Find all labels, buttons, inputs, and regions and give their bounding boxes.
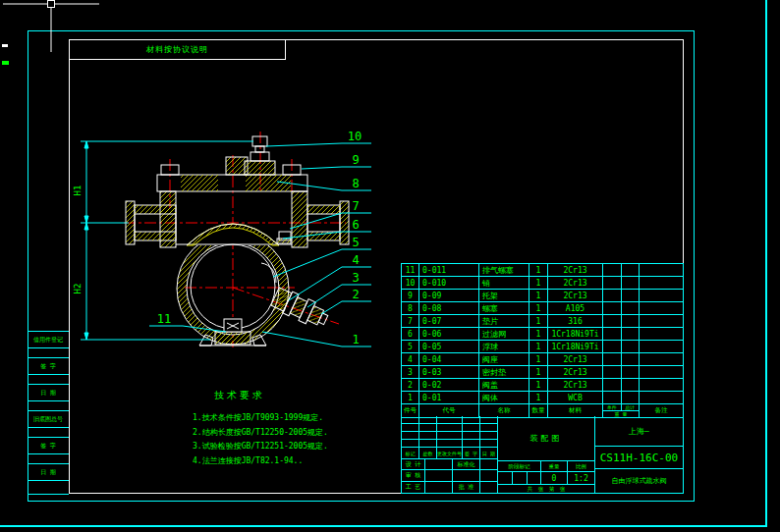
revision-row xyxy=(402,432,498,440)
viewport-right-edge xyxy=(765,0,767,527)
scale-label: 比例 xyxy=(568,461,595,472)
parts-row: 10-01阀体1WCB xyxy=(402,392,684,404)
revision-header-cell: 签 字 xyxy=(463,448,480,459)
margin-cell xyxy=(28,348,69,358)
parts-row: 60-06过滤网11Cr18Ni9Ti xyxy=(402,328,684,341)
revision-row xyxy=(402,440,498,448)
margin-cell: 签 字 xyxy=(28,438,69,454)
revision-row xyxy=(402,416,498,424)
material-note-text: 材料按协议说明 xyxy=(146,44,208,55)
title-block: 标记处数更改文件号签 字日 期 设 计标准化审 核工 艺批 准 装配图 阶段标记… xyxy=(401,416,684,494)
parts-row: 90-09托架12Cr13 xyxy=(402,290,684,302)
sign-cell: 设 计 xyxy=(402,459,425,470)
margin-cell: 日 期 xyxy=(28,464,69,481)
revision-header: 标记处数更改文件号签 字日 期 xyxy=(402,448,498,459)
parts-row: 70-07垫片1316 xyxy=(402,315,684,328)
product-name: 自由浮球式疏水阀 xyxy=(595,469,684,494)
sign-cell xyxy=(425,470,453,482)
margin-cell xyxy=(28,481,69,495)
sign-cell xyxy=(480,482,498,494)
parts-row: 20-02阀盖12Cr13 xyxy=(402,379,684,392)
revision-rows xyxy=(402,416,498,448)
sign-cell xyxy=(425,459,453,470)
revision-header-cell: 日 期 xyxy=(480,448,498,459)
sign-cell xyxy=(425,482,453,494)
cad-drawing-canvas[interactable]: 材料按协议说明 借用件登记签 字日 期旧底图总号签 字日 期 技术要求 1.技术… xyxy=(0,0,780,532)
margin-column: 借用件登记签 字日 期旧底图总号签 字日 期 xyxy=(28,331,69,494)
sign-cell xyxy=(480,459,498,470)
margin-cell: 签 字 xyxy=(28,358,69,375)
parts-row: 40-04阀座12Cr13 xyxy=(402,353,684,366)
revision-row xyxy=(402,424,498,432)
edge-mark xyxy=(2,61,9,65)
sign-cell: 审 核 xyxy=(402,470,425,482)
tech-req-item: 3.试验检验按GB/T12251-2005规定. xyxy=(193,440,404,454)
sign-cell: 批 准 xyxy=(453,482,480,494)
technical-requirements: 技术要求 1.技术条件按JB/T9093-1999规定.2.结构长度按GB/T1… xyxy=(193,389,404,468)
drawing-number: CS11H-16C-00 xyxy=(595,447,684,469)
sign-cell: 标准化 xyxy=(453,459,480,470)
parts-row: 100-010销12Cr13 xyxy=(402,277,684,290)
sign-cell xyxy=(453,470,480,482)
sign-row: 工 艺批 准 xyxy=(402,482,498,494)
revision-header-cell: 更改文件号 xyxy=(437,448,463,459)
parts-row: 30-03密封垫12Cr13 xyxy=(402,366,684,379)
scale-value: 1:2 xyxy=(568,472,595,485)
weight-value: 0 xyxy=(541,472,568,485)
stage-cell xyxy=(528,472,541,485)
stage-label: 阶段标记 xyxy=(498,461,541,472)
tech-req-item: 2.结构长度按GB/T12250-2005规定. xyxy=(193,426,404,441)
margin-cell xyxy=(28,401,69,411)
parts-row: 50-05浮球11Cr18Ni9Ti xyxy=(402,341,684,353)
tech-req-item: 4.法兰连接按JB/T82.1-94.. xyxy=(193,454,404,469)
margin-cell: 旧底图总号 xyxy=(28,411,69,428)
sign-rows: 设 计标准化审 核工 艺批 准 xyxy=(402,459,498,494)
stage-cell xyxy=(513,472,528,485)
parts-list: 110-011排气螺塞12Cr13100-010销12Cr1390-09托架12… xyxy=(401,263,684,418)
margin-cell xyxy=(28,375,69,385)
stage-cell xyxy=(498,472,513,485)
sign-cell: 工 艺 xyxy=(402,482,425,494)
viewport-bottom-edge xyxy=(0,525,767,527)
margin-cell xyxy=(28,428,69,438)
revision-header-cell: 标记 xyxy=(402,448,419,459)
edge-mark xyxy=(2,44,8,47)
parts-row: 110-011排气螺塞12Cr13 xyxy=(402,264,684,277)
view-label-cell: 装配图 xyxy=(498,416,595,461)
parts-table-body: 110-011排气螺塞12Cr13100-010销12Cr1390-09托架12… xyxy=(402,264,684,404)
sign-cell xyxy=(480,470,498,482)
weight-label: 重量 xyxy=(541,461,568,472)
tech-req-item: 1.技术条件按JB/T9093-1999规定. xyxy=(193,411,404,426)
tech-req-title: 技术要求 xyxy=(214,389,404,402)
header-unit-weight: 单件 xyxy=(603,404,622,410)
margin-cell: 借用件登记 xyxy=(28,332,69,348)
tech-req-items: 1.技术条件按JB/T9093-1999规定.2.结构长度按GB/T12250-… xyxy=(193,411,404,468)
sign-row: 设 计标准化 xyxy=(402,459,498,470)
sign-row: 审 核 xyxy=(402,470,498,482)
company-cell: 上海— xyxy=(595,416,684,447)
sheet-count: 共 张 第 张 xyxy=(498,485,595,494)
margin-cell: 日 期 xyxy=(28,385,69,401)
header-total-weight: 总计 xyxy=(622,404,640,410)
revision-header-cell: 处数 xyxy=(419,448,437,459)
material-note-box: 材料按协议说明 xyxy=(69,39,286,60)
margin-cell xyxy=(28,454,69,464)
parts-row: 80-08螺塞1A105 xyxy=(402,302,684,315)
